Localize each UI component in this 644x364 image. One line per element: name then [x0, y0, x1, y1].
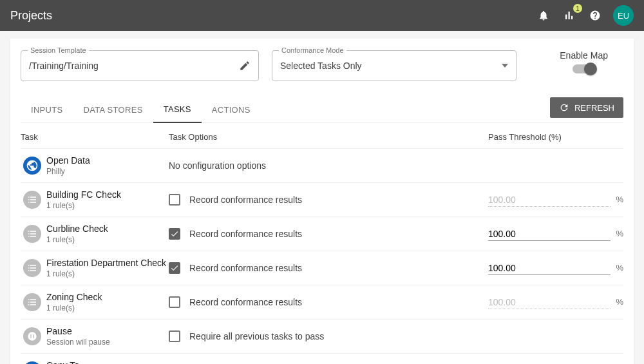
- conformance-mode-select[interactable]: Conformance Mode Selected Tasks Only: [272, 50, 516, 81]
- avatar[interactable]: EU: [613, 5, 634, 26]
- record-checkbox[interactable]: [169, 262, 180, 274]
- task-name: Curbline Check: [46, 224, 169, 234]
- percent-unit: %: [616, 195, 623, 207]
- record-checkbox[interactable]: [169, 330, 180, 342]
- tab-tasks[interactable]: TASKS: [153, 97, 202, 123]
- threshold-input[interactable]: [488, 227, 611, 241]
- conformance-mode-label: Conformance Mode: [279, 46, 346, 54]
- task-icon: [21, 293, 44, 311]
- task-name: Firestation Department Check: [46, 258, 169, 268]
- bell-icon[interactable]: [536, 8, 551, 23]
- task-subtitle: 1 rule(s): [46, 235, 169, 244]
- record-checkbox[interactable]: [169, 228, 180, 240]
- task-name: Building FC Check: [46, 189, 169, 200]
- column-header-threshold: Pass Threshold (%): [488, 132, 623, 142]
- page-title: Projects: [10, 9, 52, 23]
- enable-map-toggle[interactable]: [573, 64, 596, 73]
- column-header-task: Task: [21, 132, 169, 142]
- task-name: Copy To: [46, 360, 169, 364]
- table-row: PauseSession will pauseRequire all previ…: [21, 319, 623, 353]
- percent-unit: %: [616, 297, 623, 309]
- task-subtitle: Session will pause: [46, 338, 169, 347]
- percent-unit: %: [616, 263, 623, 275]
- chart-icon[interactable]: 1: [562, 8, 577, 23]
- no-config-text: No configuration options: [169, 160, 266, 171]
- enable-map-label: Enable Map: [560, 50, 608, 61]
- threshold-input[interactable]: [488, 261, 611, 275]
- badge-count: 1: [573, 4, 582, 13]
- threshold-input: [488, 193, 611, 207]
- session-template-field[interactable]: Session Template /Training/Training: [21, 50, 259, 81]
- tab-actions[interactable]: ACTIONS: [202, 97, 261, 122]
- session-template-label: Session Template: [28, 46, 89, 54]
- task-icon: [21, 361, 44, 364]
- table-row: Firestation Department Check1 rule(s)Rec…: [21, 251, 623, 285]
- percent-unit: %: [616, 229, 623, 241]
- task-name: Open Data: [46, 155, 169, 166]
- tab-inputs[interactable]: INPUTS: [21, 97, 73, 122]
- option-label: Require all previous tasks to pass: [189, 331, 324, 341]
- table-row: Zoning Check1 rule(s)Record conformance …: [21, 285, 623, 319]
- option-label: Record conformance results: [189, 229, 302, 239]
- refresh-icon: [559, 102, 569, 113]
- table-row: Curbline Check1 rule(s)Record conformanc…: [21, 216, 623, 251]
- session-template-value: /Training/Training: [29, 61, 99, 71]
- task-subtitle: 1 rule(s): [46, 269, 169, 278]
- option-label: Record conformance results: [189, 263, 302, 273]
- tab-data-stores[interactable]: DATA STORES: [73, 97, 153, 122]
- task-subtitle: Philly: [46, 167, 169, 176]
- option-label: Record conformance results: [189, 195, 302, 205]
- chevron-down-icon: [502, 64, 508, 68]
- task-name: Pause: [46, 326, 169, 336]
- task-name: Zoning Check: [46, 292, 169, 302]
- refresh-button[interactable]: REFRESH: [550, 97, 623, 118]
- task-icon: [21, 327, 44, 345]
- task-icon: [21, 157, 44, 175]
- task-icon: [21, 259, 44, 277]
- task-icon: [21, 225, 44, 243]
- column-header-options: Task Options: [169, 132, 488, 142]
- help-icon[interactable]: [587, 8, 603, 23]
- conformance-mode-value: Selected Tasks Only: [280, 61, 362, 71]
- record-checkbox[interactable]: [169, 296, 180, 308]
- threshold-input: [488, 295, 611, 309]
- task-subtitle: 1 rule(s): [46, 303, 169, 312]
- option-label: Record conformance results: [189, 297, 302, 307]
- record-checkbox[interactable]: [169, 194, 180, 206]
- table-row: Copy ToPhillyNo configuration options: [21, 353, 623, 364]
- refresh-label: REFRESH: [574, 103, 614, 113]
- task-subtitle: 1 rule(s): [46, 201, 169, 210]
- table-row: Open DataPhillyNo configuration options: [21, 148, 623, 182]
- table-row: Building FC Check1 rule(s)Record conform…: [21, 182, 623, 216]
- task-icon: [21, 191, 44, 209]
- pencil-icon[interactable]: [239, 60, 251, 72]
